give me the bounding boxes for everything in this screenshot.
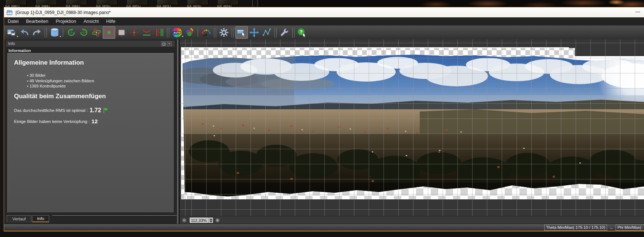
rotate-left-icon <box>67 28 76 37</box>
window-edge-line <box>258 0 258 7</box>
toolbar-separator <box>275 28 277 38</box>
toolbar-separator <box>292 28 294 38</box>
status-separator: -- <box>610 226 613 230</box>
auto-color-button[interactable]: AUTO▾ <box>171 26 183 39</box>
rms-value: 1.72 <box>89 107 101 114</box>
histogram-levels-button[interactable] <box>200 26 212 39</box>
vertical-lines-icon <box>154 28 164 37</box>
phi-range: Phi Min/Max(- <box>616 224 644 231</box>
group-box-title: Information <box>8 48 31 53</box>
vertical-lines-button[interactable] <box>153 26 166 39</box>
save-icon <box>7 28 17 37</box>
zoom-in-button[interactable]: + <box>215 218 220 223</box>
viewport-grid <box>180 40 644 216</box>
no-link-value: 12 <box>92 118 98 124</box>
undo-button[interactable] <box>18 26 31 39</box>
move-tool-icon <box>249 28 259 37</box>
center-point-icon <box>129 28 139 37</box>
panel-float-button[interactable] <box>161 41 166 46</box>
menu-projektion[interactable]: Projektion <box>52 18 80 25</box>
settings-gear-icon <box>219 28 229 37</box>
info-bullet: 49 Verknüpfungen zwischen Bildern <box>27 78 94 84</box>
zoom-spinbox[interactable]: 112,33% <box>189 217 214 223</box>
rms-line: Das durchschnittliche RMS ist optimal : … <box>14 107 109 114</box>
zoom-bar: − 112,33% + <box>180 216 644 224</box>
select-tool-button[interactable] <box>235 26 248 39</box>
color-adjust-button[interactable] <box>183 26 196 39</box>
select-tool-icon <box>236 28 247 37</box>
cylinder-projection-button[interactable]: ▾ <box>48 26 61 39</box>
wrench-optimize-icon <box>280 28 289 37</box>
toolbar-separator <box>167 28 169 38</box>
green-flag-icon <box>103 107 109 114</box>
toolbar-separator <box>198 28 198 37</box>
wrench-optimize-button[interactable] <box>278 26 291 39</box>
window-edge-line <box>252 0 253 7</box>
toolbar: ▾▾AUTO▾? <box>4 25 644 40</box>
dock-tab-verlauf[interactable]: Verlauf <box>7 215 31 222</box>
zoom-out-button[interactable]: − <box>182 218 187 223</box>
tabbar-baseline <box>52 215 177 216</box>
panel-title-bar: Info × <box>6 41 175 47</box>
rotate-right-button[interactable] <box>78 26 90 39</box>
general-info-heading: Allgemeine Information <box>14 59 84 66</box>
minimize-button[interactable]: — <box>632 8 643 16</box>
toolbar-separator <box>45 28 47 38</box>
background-bottom <box>0 231 644 237</box>
rotate-3d-icon <box>92 28 101 37</box>
window-title: [Group 1]-DJI_0959_DJI_0988-30 images.pa… <box>16 10 111 15</box>
toolbar-separator <box>214 28 216 38</box>
settings-gear-button[interactable] <box>218 26 230 39</box>
info-bullet: 30 Bilder <box>27 73 94 78</box>
spin-up-icon[interactable] <box>209 219 212 220</box>
undo-icon <box>20 28 29 37</box>
control-points-icon <box>262 28 272 37</box>
save-button[interactable]: ▾ <box>6 26 18 39</box>
menu-bar: DateiBearbeitenProjektionAnsichtHilfe <box>4 17 644 25</box>
color-adjust-icon <box>185 28 194 37</box>
dock-splitter[interactable] <box>177 40 178 224</box>
svg-text:?: ? <box>300 29 303 35</box>
rotate-3d-button[interactable] <box>90 26 103 39</box>
straighten-icon <box>117 28 126 37</box>
control-points-button[interactable] <box>260 26 273 39</box>
background-image-list-strip: DJI_0967.jDJI_0968.jDJI_0969.jDJI_0970.j… <box>0 0 644 7</box>
spin-down-icon[interactable] <box>209 221 212 222</box>
information-group-box: Allgemeine Information 30 Bilder49 Verkn… <box>7 53 174 213</box>
menu-bearbeiten[interactable]: Bearbeiten <box>22 18 52 25</box>
crop-icon <box>104 28 114 37</box>
info-bullet: 1369 Kontrollpunkte <box>27 83 94 89</box>
help-button[interactable]: ? <box>296 26 309 39</box>
quality-heading: Qualität beim Zusammenfügen <box>14 93 106 100</box>
zoom-spinner[interactable] <box>208 217 213 223</box>
straighten-button[interactable] <box>115 26 128 39</box>
menu-hilfe[interactable]: Hilfe <box>102 18 119 25</box>
float-icon <box>163 43 165 45</box>
info-dock-panel: Info × Information Allgemeine Informatio… <box>4 40 177 231</box>
window-border-bottom <box>4 231 644 231</box>
status-bar: Theta Min/Max(-175.10 / 175.10) -- Phi M… <box>4 224 644 231</box>
menu-ansicht[interactable]: Ansicht <box>80 18 102 25</box>
screen: DJI_0967.jDJI_0968.jDJI_0969.jDJI_0970.j… <box>0 0 644 237</box>
crop-button[interactable] <box>103 26 115 39</box>
histogram-levels-icon <box>201 28 211 37</box>
general-info-list: 30 Bilder49 Verknüpfungen zwischen Bilde… <box>27 73 94 89</box>
rotate-left-button[interactable] <box>65 26 78 39</box>
theta-range: Theta Min/Max(-175.10 / 175.10) <box>544 224 607 231</box>
toolbar-separator <box>232 28 234 38</box>
background-photo <box>259 0 644 7</box>
help-icon: ? <box>297 28 307 37</box>
no-link-line: Einige Bilder haben keine Verknüpfung : … <box>14 118 98 124</box>
center-point-button[interactable] <box>128 26 140 39</box>
rotate-right-icon <box>79 28 89 37</box>
pano-editor-viewport[interactable] <box>180 40 644 216</box>
dock-tab-info[interactable]: Info <box>32 215 49 222</box>
redo-button[interactable] <box>31 26 43 39</box>
menu-datei[interactable]: Datei <box>4 18 22 25</box>
panel-close-button[interactable]: × <box>167 41 172 46</box>
cylinder-projection-icon <box>50 28 59 37</box>
horizon-line-button[interactable] <box>140 26 153 39</box>
background-left-edge <box>0 7 4 237</box>
move-tool-button[interactable] <box>248 26 260 39</box>
toolbar-separator <box>63 28 63 37</box>
